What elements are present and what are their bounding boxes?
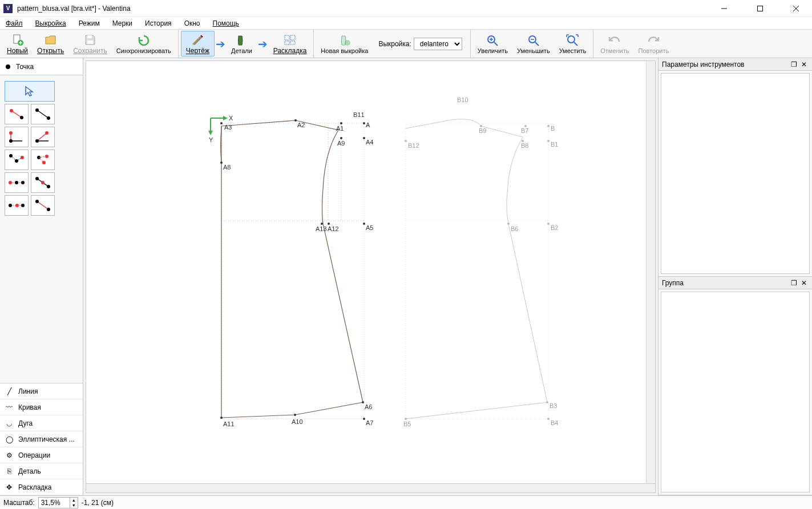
svg-text:A9: A9 — [337, 140, 345, 147]
drawing-mode-button[interactable]: Чертёж — [181, 31, 215, 56]
category-curve[interactable]: 〰Кривая — [0, 399, 83, 415]
menu-window[interactable]: Окно — [182, 19, 203, 28]
menu-mode[interactable]: Режим — [76, 19, 102, 28]
svg-text:A1: A1 — [336, 125, 344, 132]
tool-params-body — [661, 73, 810, 274]
close-button[interactable] — [783, 0, 809, 17]
right-dock: Параметры инструментов ❐ ✕ Группа ❐ ✕ — [658, 58, 812, 495]
redo-icon — [647, 34, 660, 47]
svg-text:B2: B2 — [551, 224, 558, 231]
layout-mode-button[interactable]: Раскладка — [269, 31, 312, 56]
open-label: Открыть — [37, 47, 64, 55]
menu-help[interactable]: Помощь — [211, 19, 241, 28]
svg-text:Y: Y — [209, 136, 213, 143]
svg-line-54 — [37, 201, 49, 209]
svg-point-44 — [15, 181, 18, 184]
svg-rect-8 — [285, 35, 289, 40]
scale-up-icon[interactable]: ▲ — [70, 498, 78, 503]
tool-category-header[interactable]: Точка — [0, 58, 83, 75]
arrow-right-icon: ➔ — [258, 37, 268, 51]
dock-float-button[interactable]: ❐ — [789, 278, 798, 288]
svg-point-66 — [220, 122, 223, 124]
svg-point-93 — [220, 417, 223, 419]
undo-button: Отменить — [596, 31, 633, 56]
pattern-selector[interactable]: delantero — [414, 38, 462, 50]
svg-point-53 — [21, 204, 25, 207]
group-title: Группа — [662, 279, 788, 287]
svg-point-117 — [405, 418, 407, 420]
operations-icon: ⚙ — [5, 451, 14, 459]
svg-text:A11: A11 — [223, 421, 235, 427]
arc-icon: ◡ — [5, 419, 14, 427]
minimize-button[interactable] — [711, 0, 737, 17]
category-line[interactable]: ╱Линия — [0, 383, 83, 399]
point-end-line-tool[interactable] — [5, 104, 29, 124]
svg-point-109 — [507, 223, 510, 225]
svg-line-14 — [494, 42, 498, 46]
scale-input[interactable] — [39, 498, 70, 508]
dock-float-button[interactable]: ❐ — [789, 60, 798, 69]
menu-file[interactable]: Файл — [3, 19, 25, 28]
svg-text:B5: B5 — [403, 421, 411, 427]
sync-button[interactable]: Синхронизировать — [112, 31, 176, 56]
zoom-fit-label: Уместить — [559, 47, 587, 54]
point-along-line-tool[interactable] — [31, 104, 55, 124]
menu-history[interactable]: История — [143, 19, 174, 28]
point-shoulder-tool[interactable] — [5, 150, 29, 170]
point-perpendicular-tool[interactable] — [5, 127, 29, 147]
scale-spinbox[interactable]: ▲▼ — [38, 497, 78, 508]
zoom-out-button[interactable]: Уменьшить — [512, 31, 555, 56]
category-detail[interactable]: ⎘Деталь — [0, 463, 83, 479]
scale-down-icon[interactable]: ▼ — [70, 503, 78, 508]
point-contact-tool[interactable] — [31, 150, 55, 170]
category-arc[interactable]: ◡Дуга — [0, 415, 83, 431]
point-cut-tool[interactable] — [31, 195, 55, 216]
pointer-tool[interactable] — [5, 81, 55, 102]
scrollbar-horizontal[interactable] — [86, 484, 656, 493]
svg-text:A10: A10 — [292, 418, 303, 425]
scrollbar-vertical[interactable] — [646, 61, 655, 483]
category-operations[interactable]: ⚙Операции — [0, 447, 83, 463]
svg-text:A3: A3 — [224, 124, 232, 131]
category-elliptical[interactable]: ◯Эллиптическая ... — [0, 431, 83, 447]
new-button[interactable]: Новый — [2, 31, 33, 56]
new-pattern-button[interactable]: Новая выкройка — [316, 31, 373, 56]
category-layout[interactable]: ✥Раскладка — [0, 479, 83, 495]
svg-point-51 — [9, 204, 12, 207]
detail-icon: ⎘ — [5, 467, 14, 475]
dock-close-button[interactable]: ✕ — [799, 60, 809, 69]
dock-close-button[interactable]: ✕ — [799, 278, 809, 288]
svg-point-81 — [321, 223, 323, 225]
point-bisector-tool[interactable] — [31, 127, 55, 147]
svg-text:B7: B7 — [521, 127, 528, 134]
svg-point-34 — [35, 139, 39, 143]
zoom-fit-button[interactable]: Уместить — [555, 31, 591, 56]
svg-line-21 — [574, 42, 577, 46]
drawing-canvas[interactable]: X Y A3 A2 A1 — [86, 60, 656, 484]
svg-point-24 — [20, 116, 23, 119]
menu-pattern[interactable]: Выкройка — [33, 19, 68, 28]
point-curve-tool[interactable] — [5, 195, 29, 216]
details-mode-button[interactable]: Детали — [227, 31, 257, 56]
svg-point-47 — [35, 177, 39, 180]
maximize-button[interactable] — [747, 0, 773, 17]
svg-text:A6: A6 — [365, 403, 372, 410]
open-folder-icon — [44, 33, 58, 47]
svg-text:B4: B4 — [551, 419, 558, 426]
svg-point-45 — [21, 181, 25, 184]
zoom-out-icon — [527, 34, 540, 47]
zoom-in-button[interactable]: Увеличить — [473, 31, 512, 56]
svg-text:A5: A5 — [366, 224, 373, 231]
details-icon — [235, 34, 248, 47]
svg-rect-9 — [290, 35, 295, 40]
undo-icon — [608, 34, 621, 47]
menu-measurements[interactable]: Мерки — [110, 19, 135, 28]
open-button[interactable]: Открыть — [33, 31, 68, 56]
point-intersection-tool[interactable] — [31, 172, 55, 193]
point-triangle-tool[interactable] — [5, 172, 29, 193]
pattern-svg: X Y A3 A2 A1 — [86, 61, 634, 460]
svg-point-70 — [340, 122, 342, 124]
svg-marker-58 — [223, 116, 228, 120]
svg-text:B9: B9 — [479, 127, 486, 134]
arrow-right-icon: ➔ — [216, 37, 225, 51]
